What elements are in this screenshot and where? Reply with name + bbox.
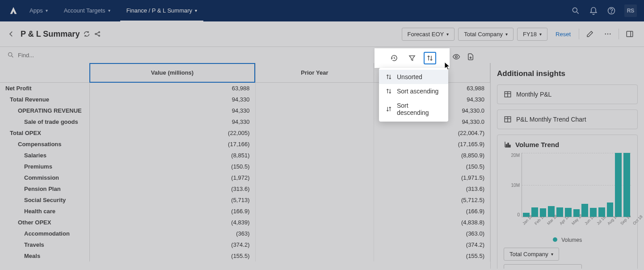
- bell-icon[interactable]: [589, 6, 598, 16]
- sort-unsorted[interactable]: Unsorted: [379, 70, 448, 84]
- cell-c1[interactable]: (363): [89, 228, 255, 239]
- table-row[interactable]: Total OPEX(22,005)(22,004.7): [0, 127, 490, 139]
- chart-product-selector[interactable]: Make-up A (250ml - FR) ▾: [504, 264, 582, 269]
- chart-bar[interactable]: [523, 213, 530, 217]
- cell-c2[interactable]: [255, 228, 374, 239]
- cell-c2[interactable]: [255, 194, 374, 206]
- cell-c2[interactable]: [255, 83, 374, 94]
- cell-c1[interactable]: (4,839): [89, 217, 255, 228]
- table-row[interactable]: Pension Plan(313.6)(313.6): [0, 183, 490, 194]
- cell-c2[interactable]: [255, 161, 374, 172]
- chart-bar[interactable]: [581, 204, 588, 217]
- nav-apps[interactable]: Apps ▾: [23, 0, 54, 21]
- table-row[interactable]: Commission(1,972)(1,971.5): [0, 172, 490, 183]
- cell-c3[interactable]: (155.5): [374, 250, 490, 262]
- cell-c3[interactable]: (4,838.8): [374, 217, 490, 228]
- chart-bar[interactable]: [623, 153, 630, 217]
- reset-button[interactable]: Reset: [551, 28, 575, 40]
- cell-c1[interactable]: (1,972): [89, 172, 255, 183]
- col-value[interactable]: Value (millions): [89, 63, 255, 83]
- table-row[interactable]: Travels(374.2)(374.2): [0, 239, 490, 250]
- find-input[interactable]: [18, 52, 107, 59]
- cell-c1[interactable]: (166.9): [89, 206, 255, 217]
- chart-bar[interactable]: [598, 207, 605, 217]
- table-row[interactable]: Premiums(150.5)(150.5): [0, 161, 490, 172]
- share-icon[interactable]: [94, 30, 101, 38]
- cell-c2[interactable]: [255, 183, 374, 194]
- more-icon[interactable]: [601, 27, 615, 41]
- help-icon[interactable]: [606, 6, 616, 16]
- edit-icon[interactable]: [583, 27, 597, 41]
- cell-c1[interactable]: (17,166): [89, 139, 255, 150]
- cell-c2[interactable]: [255, 239, 374, 250]
- table-row[interactable]: Other OPEX(4,839)(4,838.8): [0, 217, 490, 228]
- chart-scope-selector[interactable]: Total Company ▾: [504, 248, 559, 261]
- chart-bar[interactable]: [540, 208, 547, 217]
- cell-c1[interactable]: 94,330: [89, 116, 255, 127]
- back-button[interactable]: [7, 30, 15, 38]
- cell-c2[interactable]: [255, 172, 374, 183]
- chart-bar[interactable]: [615, 153, 622, 217]
- cell-c3[interactable]: (1,971.5): [374, 172, 490, 183]
- cell-c2[interactable]: [255, 206, 374, 217]
- cell-c1[interactable]: (155.5): [89, 250, 255, 262]
- cell-c1[interactable]: (22,005): [89, 127, 255, 139]
- export-icon[interactable]: [467, 53, 475, 61]
- cell-c3[interactable]: (22,004.7): [374, 127, 490, 139]
- chart-bar[interactable]: [556, 207, 563, 217]
- table-row[interactable]: Salaries(8,851)(8,850.9): [0, 150, 490, 161]
- col-prior-year[interactable]: Prior Year: [255, 63, 374, 83]
- filter-icon[interactable]: [406, 52, 418, 64]
- refresh-icon[interactable]: [83, 30, 90, 38]
- col-rowheader[interactable]: [0, 63, 89, 83]
- table-row[interactable]: Social Security(5,713)(5,712.5): [0, 194, 490, 206]
- nav-page[interactable]: Finance / P & L Summary ▾: [120, 0, 203, 21]
- cell-c3[interactable]: (313.6): [374, 183, 490, 194]
- cell-c2[interactable]: [255, 127, 374, 139]
- scope-selector[interactable]: Total Company ▾: [458, 28, 514, 41]
- table-row[interactable]: Health care(166.9)(166.9): [0, 206, 490, 217]
- chart-bar[interactable]: [548, 206, 555, 217]
- cell-c1[interactable]: (374.2): [89, 239, 255, 250]
- cell-c1[interactable]: 63,988: [89, 83, 255, 94]
- chart-bar[interactable]: [573, 209, 580, 217]
- card-trend-chart[interactable]: P&L Monthly Trend Chart: [497, 110, 638, 129]
- cell-c1[interactable]: (8,851): [89, 150, 255, 161]
- table-row[interactable]: Meals(155.5)(155.5): [0, 250, 490, 262]
- chart-bar[interactable]: [531, 207, 538, 217]
- cell-c3[interactable]: (150.5): [374, 161, 490, 172]
- cell-c3[interactable]: (363.0): [374, 228, 490, 239]
- table-row[interactable]: Accommodation(363)(363.0): [0, 228, 490, 239]
- cell-c2[interactable]: [255, 94, 374, 105]
- visibility-icon[interactable]: [452, 53, 460, 61]
- cell-c3[interactable]: (8,850.9): [374, 150, 490, 161]
- cell-c2[interactable]: [255, 116, 374, 127]
- card-monthly-pl[interactable]: Monthly P&L: [497, 84, 638, 104]
- cell-c1[interactable]: (150.5): [89, 161, 255, 172]
- cell-c1[interactable]: 94,330: [89, 105, 255, 116]
- chart-bar[interactable]: [565, 208, 572, 217]
- sort-descending[interactable]: Sort descending: [379, 98, 448, 120]
- app-logo[interactable]: [7, 4, 20, 17]
- scenario-selector[interactable]: Forecast EOY ▾: [402, 28, 455, 41]
- cell-c1[interactable]: (5,713): [89, 194, 255, 206]
- cell-c3[interactable]: (374.2): [374, 239, 490, 250]
- panel-toggle-icon[interactable]: [623, 27, 637, 41]
- sort-icon[interactable]: [424, 52, 436, 64]
- table-row[interactable]: Compensations(17,166)(17,165.9): [0, 139, 490, 150]
- cell-c2[interactable]: [255, 150, 374, 161]
- cell-c1[interactable]: 94,330: [89, 94, 255, 105]
- cell-c1[interactable]: (313.6): [89, 183, 255, 194]
- history-icon[interactable]: [388, 52, 400, 64]
- cell-c2[interactable]: [255, 105, 374, 116]
- cell-c2[interactable]: [255, 250, 374, 262]
- cell-c3[interactable]: (5,712.5): [374, 194, 490, 206]
- cell-c2[interactable]: [255, 139, 374, 150]
- period-selector[interactable]: FY18 ▾: [517, 28, 547, 41]
- search-icon[interactable]: [571, 6, 581, 16]
- sort-ascending[interactable]: Sort ascending: [379, 84, 448, 98]
- nav-area[interactable]: Account Targets ▾: [58, 0, 117, 21]
- avatar[interactable]: RS: [624, 4, 637, 17]
- cell-c2[interactable]: [255, 217, 374, 228]
- chart-bar[interactable]: [607, 202, 614, 217]
